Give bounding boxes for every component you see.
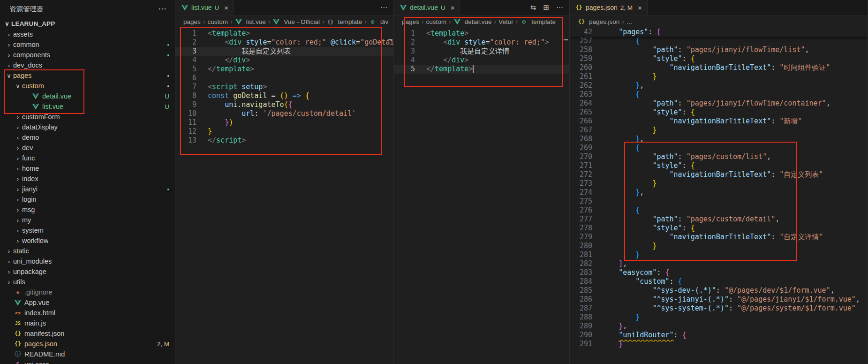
code-line[interactable]: 261 } (570, 72, 868, 81)
code-line[interactable]: 269 { (570, 144, 868, 152)
tree-item-demo[interactable]: ›demo (0, 132, 175, 143)
code-area[interactable]: 1<template>2 <div style="color: red;">3 … (394, 28, 569, 364)
compare-changes-icon[interactable]: ⇆ (530, 3, 536, 12)
tree-item-uni.scss[interactable]: Suni.scss (0, 359, 175, 364)
code-line[interactable]: 276 { (570, 206, 868, 215)
sticky-line[interactable]: 42 "pages": [ (570, 28, 868, 37)
code-line[interactable]: 8const goDetail = () => { (175, 91, 393, 100)
code-line[interactable]: 285 "^sys-dev-(.*)": "@/pages/dev/$1/for… (570, 286, 868, 295)
breadcrumb-item-custom[interactable]: custom (207, 18, 228, 25)
code-line[interactable]: 262 }, (570, 81, 868, 90)
project-root-row[interactable]: ∨ LEARUN_APP (0, 18, 175, 29)
tree-item-App.vue[interactable]: App.vue (0, 297, 175, 308)
tree-item-custom[interactable]: ∨custom● (0, 81, 175, 91)
breadcrumb-item-template[interactable]: ⊙template (520, 18, 556, 25)
tree-item-pages.json[interactable]: {}pages.json2, M (0, 339, 175, 349)
code-line[interactable]: 12} (175, 127, 393, 136)
tree-item-func[interactable]: ›func (0, 153, 175, 163)
tree-item-main.js[interactable]: JSmain.js (0, 318, 175, 328)
code-line[interactable]: 284 "custom": { (570, 277, 868, 286)
breadcrumb-item-list.vue[interactable]: list.vue (235, 18, 266, 25)
code-line[interactable]: 288 } (570, 313, 868, 322)
code-line[interactable]: 270 "path": "pages/custom/list", (570, 152, 868, 161)
code-line[interactable]: 265 "style": { (570, 108, 868, 117)
tab-detail-vue[interactable]: detail.vueU× (394, 0, 460, 15)
tree-item-common[interactable]: ›common● (0, 39, 175, 50)
breadcrumb-item-template[interactable]: {}template (327, 18, 362, 25)
code-line[interactable]: 5</template> (394, 65, 569, 74)
tree-item-my[interactable]: ›my (0, 215, 175, 225)
tree-item-assets[interactable]: ›assets (0, 29, 175, 39)
tree-item-static[interactable]: ›static (0, 246, 175, 256)
code-line[interactable]: 13</script> (175, 136, 393, 145)
tree-item-jianyi[interactable]: ›jianyi● (0, 184, 175, 194)
code-line[interactable]: 5</template> (175, 65, 393, 74)
code-line[interactable]: 2 <div style="color: red;" @click="goDet… (175, 38, 393, 47)
code-line[interactable]: 266 "navigationBarTitleText": "新增" (570, 117, 868, 126)
code-line[interactable]: 258 "path": "pages/jianyi/flowTime/list"… (570, 46, 868, 54)
tree-item-index[interactable]: ›index (0, 174, 175, 184)
code-line[interactable]: 7<script setup> (175, 83, 393, 91)
more-actions-icon[interactable]: ⋯ (556, 3, 563, 12)
tree-item-detail.vue[interactable]: detail.vueU (0, 91, 175, 101)
code-line[interactable]: 11 }) (175, 118, 393, 127)
code-line[interactable]: 257 { (570, 37, 868, 46)
code-line[interactable]: 273 } (570, 179, 868, 188)
code-line[interactable]: 274 }, (570, 188, 868, 197)
breadcrumb-item-Vue - Official[interactable]: Vue - Official (272, 18, 320, 25)
tab-list-vue[interactable]: list.vueU× (175, 0, 234, 15)
close-tab-icon[interactable]: × (224, 4, 228, 12)
code-line[interactable]: 279 "navigationBarTitleText": "自定义详情" (570, 233, 868, 242)
code-area[interactable]: 1<template>2 <div style="color: red;" @c… (175, 28, 393, 364)
code-line[interactable]: 271 "style": { (570, 161, 868, 170)
code-line[interactable]: 289 }, (570, 322, 868, 331)
code-line[interactable]: 10 url: '/pages/custom/detail' (175, 109, 393, 118)
code-line[interactable]: 281 } (570, 250, 868, 259)
code-line[interactable]: 4 </div> (394, 56, 569, 65)
tree-item-customForm[interactable]: ›customForm (0, 112, 175, 122)
code-line[interactable]: 282 ], (570, 259, 868, 268)
code-line[interactable]: 283 "easycom": { (570, 268, 868, 277)
tab-pages-json[interactable]: {}pages.json2, M× (570, 0, 648, 15)
code-line[interactable]: 275 (570, 197, 868, 206)
code-line[interactable]: 290 "uniIdRouter": { (570, 331, 868, 340)
more-actions-icon[interactable]: ⋯ (158, 5, 166, 13)
code-line[interactable]: 1<template> (175, 29, 393, 38)
tree-item-unpackage[interactable]: ›unpackage (0, 266, 175, 277)
code-line[interactable]: 263 { (570, 90, 868, 99)
code-line[interactable]: 268 }, (570, 135, 868, 144)
tree-item-pages[interactable]: ∨pages● (0, 70, 175, 81)
code-line[interactable]: 278 "style": { (570, 224, 868, 233)
close-tab-icon[interactable]: × (638, 4, 642, 12)
breadcrumb-item-…[interactable]: … (626, 18, 633, 25)
tree-item-components[interactable]: ›components● (0, 50, 175, 60)
code-area[interactable]: 42 "pages": [257 {258 "path": "pages/jia… (570, 28, 868, 364)
tree-item-index.html[interactable]: <>index.html (0, 308, 175, 318)
tree-item-workflow[interactable]: ›workflow (0, 235, 175, 246)
tree-item-system[interactable]: ›system (0, 225, 175, 235)
code-line[interactable]: 277 "path": "pages/custom/detail", (570, 215, 868, 224)
tree-item-manifest.json[interactable]: {}manifest.json (0, 328, 175, 339)
tree-item-utils[interactable]: ›utils (0, 277, 175, 287)
tree-item-dataDisplay[interactable]: ›dataDisplay (0, 122, 175, 132)
code-line[interactable]: 286 "^sys-jianyi-(.*)": "@/pages/jianyi/… (570, 295, 868, 304)
code-line[interactable]: 287 "^sys-system-(.*)": "@/pages/system/… (570, 304, 868, 313)
tree-item-.gitignore[interactable]: ◆.gitignore (0, 287, 175, 297)
code-line[interactable]: 267 } (570, 126, 868, 135)
close-tab-icon[interactable]: × (451, 4, 455, 12)
breadcrumb-item-pages[interactable]: pages (183, 18, 201, 25)
code-line[interactable]: 9 uni.navigateTo({ (175, 100, 393, 109)
code-line[interactable]: 6 (175, 74, 393, 83)
code-line[interactable]: 264 "path": "pages/jianyi/flowTime/conta… (570, 99, 868, 108)
code-line[interactable]: 280 } (570, 242, 868, 250)
code-line[interactable]: 3 我是自定义详情 (394, 47, 569, 56)
breadcrumb-item-pages[interactable]: pages (402, 18, 419, 25)
breadcrumb-item-Vetur[interactable]: Vetur (498, 18, 513, 25)
tree-item-login[interactable]: ›login (0, 194, 175, 205)
tree-item-uni_modules[interactable]: ›uni_modules (0, 256, 175, 266)
more-actions-icon[interactable]: ⋯ (380, 3, 387, 12)
code-line[interactable]: 260 "navigationBarTitleText": "时间组件验证" (570, 63, 868, 72)
code-line[interactable]: 3 我是自定义列表 (175, 47, 393, 56)
code-line[interactable]: 2 <div style="color: red;"> (394, 38, 569, 47)
tree-item-home[interactable]: ›home (0, 163, 175, 174)
